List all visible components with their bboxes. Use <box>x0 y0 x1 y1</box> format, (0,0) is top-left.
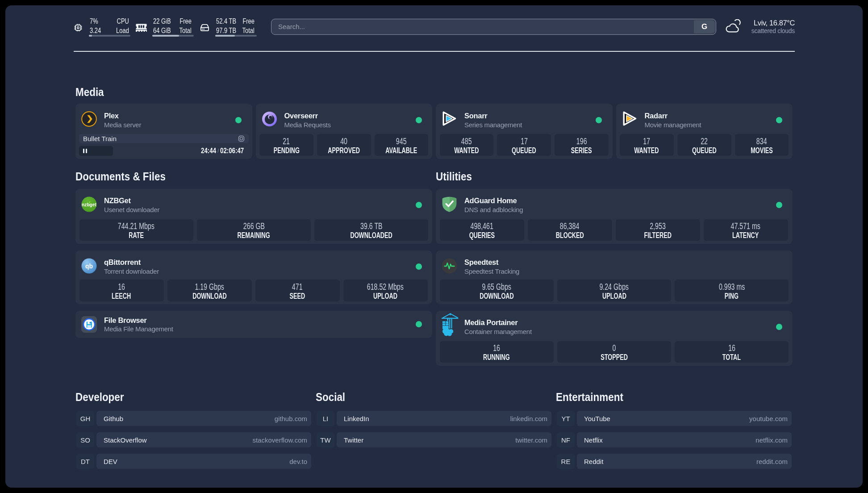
svg-text:qb: qb <box>85 262 93 269</box>
svg-text:nzbget: nzbget <box>82 202 96 207</box>
